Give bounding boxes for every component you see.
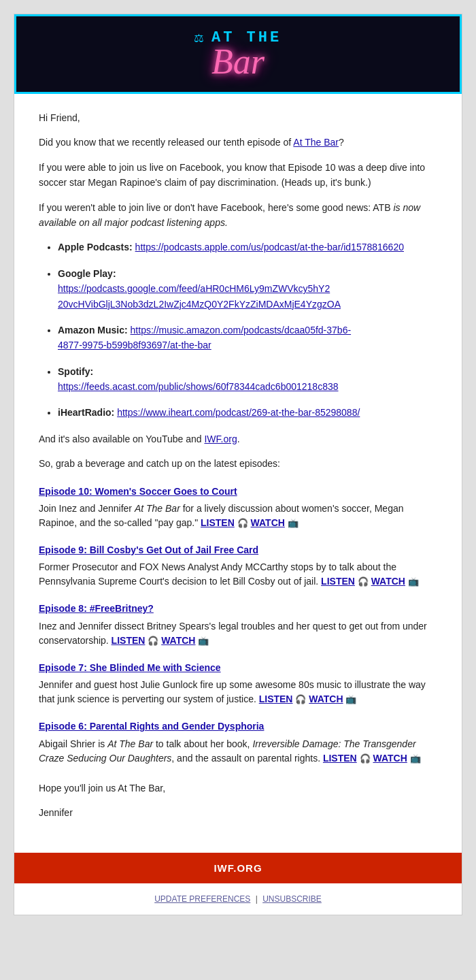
- ep9-watch-link[interactable]: WATCH: [371, 576, 405, 587]
- episode-8-desc: Inez and Jennifer dissect Britney Spears…: [39, 619, 437, 648]
- google-play-label: Google Play:: [58, 268, 116, 279]
- video-icon: [198, 635, 209, 646]
- sign-off-2: Jennifer: [39, 805, 437, 820]
- unsubscribe-link[interactable]: UNSUBSCRIBE: [262, 894, 322, 904]
- amazon-music-label: Amazon Music:: [58, 325, 128, 336]
- at-the-bar-ref2: At The Bar: [107, 738, 153, 749]
- apple-podcasts-label: Apple Podcasts:: [58, 242, 133, 252]
- youtube-text-end: .: [237, 434, 240, 444]
- episode-7-desc: Jennifer and guest host Julie Gunlock fi…: [39, 678, 437, 706]
- google-play-link[interactable]: https://podcasts.google.com/feed/aHR0cHM…: [58, 283, 341, 309]
- logo: ⚖ AT THE Bar: [194, 29, 282, 80]
- episode-6-title[interactable]: Episode 6: Parental Rights and Gender Dy…: [39, 719, 437, 734]
- sign-off-1: Hope you'll join us At The Bar,: [39, 781, 437, 796]
- headphone-icon: [358, 576, 369, 587]
- iheartradio-label: iHeartRadio:: [58, 407, 114, 418]
- intro-paragraph-1: Did you know that we recently released o…: [39, 135, 437, 150]
- platform-list: Apple Podcasts: https://podcasts.apple.c…: [58, 240, 437, 421]
- iwf-org-link[interactable]: IWF.org: [204, 434, 237, 444]
- ep7-listen-link[interactable]: LISTEN: [259, 693, 293, 704]
- ep7-watch-link[interactable]: WATCH: [309, 693, 343, 704]
- update-preferences-link[interactable]: UPDATE PREFERENCES: [154, 894, 250, 904]
- spotify-link[interactable]: https://feeds.acast.com/public/shows/60f…: [58, 381, 339, 392]
- list-item: Amazon Music: https://music.amazon.com/p…: [58, 323, 437, 353]
- headphone-icon: [237, 517, 248, 528]
- headphone-icon: [295, 693, 306, 704]
- email-body: Hi Friend, Did you know that we recently…: [14, 94, 462, 846]
- spotify-label: Spotify:: [58, 366, 93, 377]
- ep10-listen-link[interactable]: LISTEN: [201, 517, 235, 528]
- footer-red-bar: IWF.ORG: [14, 853, 462, 883]
- list-item: iHeartRadio: https://www.iheart.com/podc…: [58, 405, 437, 420]
- video-icon: [288, 517, 299, 528]
- episodes-section: Episode 10: Women's Soccer Goes to Court…: [39, 484, 437, 766]
- ep8-listen-link[interactable]: LISTEN: [112, 635, 146, 646]
- footer-separator: |: [256, 894, 260, 904]
- ep6-listen-link[interactable]: LISTEN: [323, 753, 357, 764]
- apple-podcasts-link[interactable]: https://podcasts.apple.com/us/podcast/at…: [135, 242, 404, 252]
- intro-p3-start: If you weren't able to join live or don'…: [39, 202, 393, 213]
- intro-paragraph-2: If you were able to join us live on Face…: [39, 160, 437, 191]
- ep8-watch-link[interactable]: WATCH: [161, 635, 195, 646]
- intro-text-start: Did you know that we recently released o…: [39, 137, 293, 148]
- ep10-watch-link[interactable]: WATCH: [251, 517, 285, 528]
- episode-7-title[interactable]: Episode 7: She Blinded Me with Science: [39, 660, 437, 675]
- header-banner: ⚖ AT THE Bar: [14, 14, 462, 94]
- email-container: ⚖ AT THE Bar Hi Friend, Did you know tha…: [14, 14, 462, 915]
- header-bar-text: Bar: [211, 44, 265, 80]
- list-item: Google Play: https://podcasts.google.com…: [58, 266, 437, 312]
- scales-icon: ⚖: [194, 29, 206, 47]
- headphone-icon: [360, 753, 371, 764]
- footer-links-section: UPDATE PREFERENCES | UNSUBSCRIBE: [14, 883, 462, 915]
- greeting: Hi Friend,: [39, 110, 437, 125]
- episode-9-desc: Former Prosecutor and FOX News Analyst A…: [39, 560, 437, 589]
- intro-text-end: ?: [339, 137, 344, 148]
- grab-beverage: So, grab a beverage and catch up on the …: [39, 456, 437, 471]
- episode-9-title[interactable]: Episode 9: Bill Cosby's Get Out of Jail …: [39, 542, 437, 557]
- youtube-paragraph: And it's also available on YouTube and I…: [39, 431, 437, 446]
- youtube-text-start: And it's also available on YouTube and: [39, 434, 204, 444]
- ep6-watch-link[interactable]: WATCH: [373, 753, 407, 764]
- episode-10-desc: Join Inez and Jennifer At The Bar for a …: [39, 502, 437, 530]
- episode-6-desc: Abigail Shrier is At The Bar to talk abo…: [39, 737, 437, 766]
- at-the-bar-link[interactable]: At The Bar: [293, 137, 339, 148]
- list-item: Apple Podcasts: https://podcasts.apple.c…: [58, 240, 437, 255]
- list-item: Spotify: https://feeds.acast.com/public/…: [58, 364, 437, 395]
- headphone-icon: [148, 635, 158, 646]
- ep9-listen-link[interactable]: LISTEN: [321, 576, 355, 587]
- episode-8-title[interactable]: Episode 8: #FreeBritney?: [39, 601, 437, 616]
- footer-bar-label: IWF.ORG: [214, 862, 262, 874]
- at-the-bar-ref: At The Bar: [135, 503, 180, 514]
- intro-paragraph-3: If you weren't able to join live or don'…: [39, 200, 437, 231]
- iheartradio-link[interactable]: https://www.iheart.com/podcast/269-at-th…: [117, 407, 360, 418]
- video-icon: [345, 693, 356, 704]
- video-icon: [408, 576, 419, 587]
- video-icon: [410, 753, 421, 764]
- episode-10-title[interactable]: Episode 10: Women's Soccer Goes to Court: [39, 484, 437, 499]
